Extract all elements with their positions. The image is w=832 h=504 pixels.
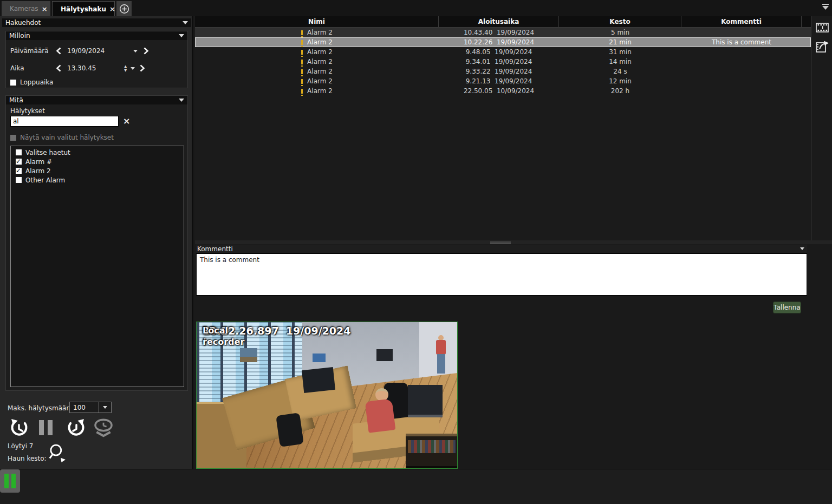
alarm-name: Alarm 2 [307, 77, 333, 85]
tab-halytyshaku-label: Hälytyshaku [61, 5, 106, 13]
column-header-nimi[interactable]: Nimi [195, 16, 439, 27]
alarm-duration: 5 min [559, 28, 681, 37]
table-row[interactable]: Alarm 2 10.43.40 19/09/2024 5 min [195, 28, 811, 37]
chevron-down-icon [183, 21, 188, 24]
alarm-table-header: Nimi Aloitusaika Kesto Kommentti [195, 16, 811, 28]
time-label: Aika [10, 64, 56, 72]
alarm-checkbox[interactable] [16, 177, 22, 183]
next-time-icon[interactable] [139, 64, 145, 72]
alarm-checkbox[interactable] [16, 159, 22, 165]
alarm-priority-icon [301, 50, 303, 55]
list-item[interactable]: Alarm # [11, 157, 184, 166]
alarm-start-time: 9.21.13 19/09/2024 [439, 76, 559, 86]
tab-kameras[interactable]: Kameras × [2, 1, 50, 16]
alarm-name: Alarm 2 [307, 58, 333, 66]
export-clip-icon[interactable] [815, 39, 829, 53]
alarm-duration: 202 h [559, 86, 681, 96]
alarm-item-label: Valitse haetut [25, 149, 70, 156]
alarm-priority-icon [301, 89, 303, 94]
next-day-icon[interactable] [143, 47, 149, 55]
horizontal-splitter[interactable] [195, 240, 832, 244]
table-row[interactable]: Alarm 2 9.21.13 19/09/2024 12 min [195, 76, 811, 86]
filmstrip-icon[interactable] [816, 23, 829, 32]
alarm-type-list: Valitse haetut Alarm # Alarm 2 Other Ala… [10, 146, 184, 387]
column-header-aloitusaika[interactable]: Aloitusaika [439, 16, 559, 27]
search-forward-icon[interactable] [66, 418, 87, 438]
search-backward-icon[interactable] [9, 418, 29, 438]
end-time-label: Loppuaika [20, 78, 53, 86]
mirasys-vms-window: Kameras × Hälytyshaku × Hakuehdot [0, 0, 832, 504]
previous-time-icon[interactable] [56, 64, 62, 72]
list-item[interactable]: Valitse haetut [11, 148, 184, 157]
alarm-duration: 21 min [559, 37, 681, 47]
splitter-grip[interactable] [490, 241, 511, 244]
time-value[interactable]: 13.30.45 [67, 64, 124, 72]
show-selected-label: Näytä vain valitut hälytykset [20, 134, 114, 141]
list-item[interactable]: Alarm 2 [11, 166, 184, 175]
collapse-panel-icon[interactable] [822, 4, 829, 10]
pause-button[interactable] [0, 469, 20, 493]
alarm-filter-input[interactable] [10, 116, 119, 127]
section-hakuehdot-header[interactable]: Hakuehdot [2, 18, 191, 27]
alarm-comment [681, 28, 802, 37]
column-header-kesto[interactable]: Kesto [559, 16, 681, 27]
search-magnifier-icon[interactable] [48, 443, 67, 463]
alarm-item-label: Alarm # [25, 158, 52, 166]
end-time-checkbox-row[interactable]: Loppuaika [6, 78, 187, 87]
max-alarms-select[interactable]: 100 [69, 402, 112, 413]
alarm-checkbox[interactable] [16, 168, 22, 174]
hakuehdot-label: Hakuehdot [5, 19, 41, 27]
table-row[interactable]: Alarm 2 9.33.22 19/09/2024 24 s [195, 67, 811, 76]
alarm-priority-icon [301, 40, 303, 45]
alarm-checkbox[interactable] [16, 149, 22, 155]
camera-playback-tile[interactable]: 10.22.26.897 19/09/2024 RD ! Local recor… [196, 322, 458, 469]
chevron-down-icon [179, 99, 184, 102]
alarm-name: Alarm 2 [307, 38, 333, 46]
alarm-comment [681, 67, 802, 76]
end-time-checkbox[interactable] [10, 80, 16, 86]
table-row-selected[interactable]: Alarm 2 10.22.26 19/09/2024 21 min This … [195, 37, 811, 47]
date-value[interactable]: 19/09/2024 [67, 47, 131, 55]
alarm-start-time: 10.43.40 19/09/2024 [439, 28, 559, 37]
column-header-kommentti[interactable]: Kommentti [681, 16, 802, 27]
alarm-priority-icon [301, 60, 303, 64]
comment-textarea[interactable]: This is a comment [196, 253, 807, 296]
max-alarms-label: Maks. hälytysmäärä [8, 404, 73, 412]
table-row[interactable]: Alarm 2 22.50.05 10/09/2024 202 h [195, 86, 811, 96]
layered-clock-icon[interactable] [92, 418, 115, 438]
alarm-comment [681, 57, 802, 67]
new-tab-button[interactable] [116, 1, 132, 16]
previous-day-icon[interactable] [56, 47, 62, 55]
alarm-start-time: 10.22.26 19/09/2024 [439, 37, 559, 47]
max-alarms-value: 100 [70, 402, 99, 413]
tab-halytyshaku-close-icon[interactable]: × [109, 5, 115, 12]
time-dropdown-icon[interactable] [131, 67, 135, 70]
section-milloin-header[interactable]: Milloin [6, 31, 187, 40]
playback-toolbar: MIRASYS [0, 469, 832, 504]
alarm-duration: 12 min [559, 76, 681, 86]
spinner-up-icon[interactable]: ▲ [124, 65, 127, 68]
comment-section-header[interactable]: Kommentti [196, 245, 807, 253]
tab-kameras-close-icon[interactable]: × [42, 5, 48, 12]
tab-halytyshaku[interactable]: Hälytyshaku × [52, 1, 115, 16]
tab-kameras-label: Kameras [10, 5, 38, 12]
save-comment-button[interactable]: Tallenna [773, 302, 801, 313]
alarm-comment [681, 47, 802, 57]
spinner-down-icon[interactable]: ▼ [124, 69, 127, 72]
alarm-duration: 24 s [559, 67, 681, 76]
table-row[interactable]: Alarm 2 9.48.05 19/09/2024 31 min [195, 47, 811, 57]
date-dropdown-icon[interactable] [133, 50, 138, 53]
alarm-duration: 14 min [559, 57, 681, 67]
video-overlay-line3: Local recorder [203, 325, 244, 348]
table-row[interactable]: Alarm 2 9.34.01 19/09/2024 14 min [195, 57, 811, 67]
list-item[interactable]: Other Alarm [11, 175, 184, 185]
clear-filter-icon[interactable]: × [123, 117, 130, 125]
time-spinner[interactable]: ▲ ▼ [124, 65, 127, 72]
comment-header-label: Kommentti [197, 245, 233, 253]
section-mita-header[interactable]: Mitä [6, 96, 187, 104]
search-duration-label: Haun kesto: [8, 455, 47, 462]
section-milloin: Milloin Päivämäärä 19/09/2024 Aika 13.30… [5, 31, 188, 88]
found-count-label: Löytyi 7 [8, 442, 34, 450]
pause-search-icon[interactable] [39, 420, 53, 435]
alarms-label: Hälytykset [10, 107, 45, 115]
